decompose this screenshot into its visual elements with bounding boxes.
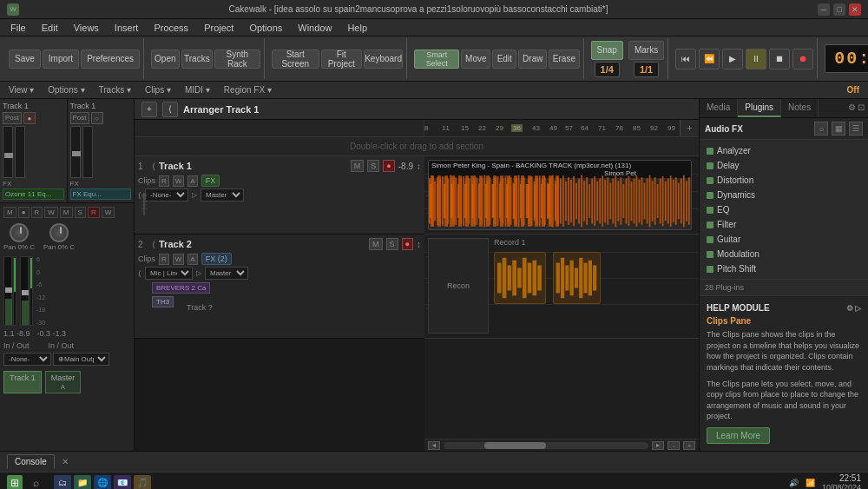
strip2-fader-thumb[interactable] xyxy=(72,151,81,156)
fx-item-filter[interactable]: Filter xyxy=(703,217,865,232)
w-btn1[interactable]: W xyxy=(44,207,58,218)
scrollbar-thumb[interactable] xyxy=(484,442,546,449)
strip1-fader[interactable] xyxy=(3,126,13,178)
track-2-fx2[interactable]: TH3 xyxy=(152,296,174,307)
track-2-s[interactable]: S xyxy=(386,238,398,250)
track-2-r-btn[interactable]: R xyxy=(159,254,169,265)
track-2-clip1[interactable] xyxy=(494,252,546,304)
menu-item-views[interactable]: Views xyxy=(67,21,106,35)
menu-item-insert[interactable]: Insert xyxy=(108,21,146,35)
track-1-s[interactable]: S xyxy=(367,160,379,172)
rec-btn2[interactable]: R xyxy=(88,207,100,218)
strip2-fx[interactable]: FX Equ... xyxy=(70,188,132,200)
import-button[interactable]: Import xyxy=(43,50,79,69)
track-1-main-clip[interactable]: Simon Peter King - Spain - BACKING TRACK… xyxy=(428,160,692,230)
panel-settings-icon[interactable]: ⚙ xyxy=(848,102,856,114)
pan-knob-1[interactable]: Pan 0% C xyxy=(3,223,35,251)
m-btn2[interactable]: M xyxy=(60,207,73,218)
smart-select-button[interactable]: Smart Select xyxy=(414,50,459,69)
record-button[interactable]: ⏺ xyxy=(792,49,813,69)
media-tab[interactable]: Media xyxy=(700,99,738,117)
track-2-fx-tag[interactable]: FX (2) xyxy=(201,253,232,265)
taskbar-app1[interactable]: 🗂 xyxy=(54,475,71,490)
pan-knob-2[interactable]: Pan 0% C xyxy=(43,223,75,251)
help-settings-icon[interactable]: ⚙ xyxy=(846,304,853,313)
track-2-m[interactable]: M xyxy=(369,238,383,250)
track-1-rec[interactable]: ● xyxy=(383,160,394,172)
minimize-btn[interactable]: ─ xyxy=(818,3,830,16)
track-1-output-select[interactable]: Master xyxy=(201,188,244,202)
track-2-input-select[interactable]: Mic | Line xyxy=(145,267,193,280)
preferences-button[interactable]: Preferences xyxy=(81,50,140,69)
menu-item-options[interactable]: Options xyxy=(242,21,289,35)
s-btn2[interactable]: S xyxy=(75,207,86,218)
track-2-rec[interactable]: ● xyxy=(402,238,413,250)
tracks-button[interactable]: Tracks xyxy=(181,50,213,69)
output-select-1[interactable]: ⊕Main Outpu... xyxy=(53,353,109,366)
taskbar-app5[interactable]: 🎵 xyxy=(134,475,151,490)
fx-item-guitar[interactable]: Guitar xyxy=(703,232,865,247)
audiofx-search-btn[interactable]: ⌕ xyxy=(814,122,828,135)
learn-more-btn[interactable]: Learn More xyxy=(707,427,770,444)
rewind-button[interactable]: ⏪ xyxy=(699,49,720,69)
menu-item-edit[interactable]: Edit xyxy=(35,21,65,35)
taskbar-app4[interactable]: 📧 xyxy=(114,475,131,490)
snap-button[interactable]: Snap xyxy=(591,41,623,60)
w-btn2[interactable]: W xyxy=(102,207,115,218)
draw-button[interactable]: Draw xyxy=(518,50,547,69)
edit-button[interactable]: Edit xyxy=(492,50,516,69)
synth-rack-button[interactable]: Synth Rack xyxy=(214,50,260,69)
track-2-output-select[interactable]: Master xyxy=(205,267,248,280)
track-1-m[interactable]: M xyxy=(351,160,365,172)
strip2-power-btn[interactable]: ○ xyxy=(91,112,103,124)
panel-popout-icon[interactable]: ⊡ xyxy=(858,102,865,114)
strip1-fader-thumb[interactable] xyxy=(4,153,13,158)
track-2-clip2[interactable] xyxy=(553,252,601,304)
strip2-fader[interactable] xyxy=(70,126,81,178)
menu-item-help[interactable]: Help xyxy=(340,21,374,35)
add-section-bar[interactable]: Double-click or drag to add section xyxy=(135,137,699,156)
track-1-input-select[interactable]: -None- xyxy=(145,188,188,202)
play-button[interactable]: ▶ xyxy=(722,49,743,69)
zoom-btn2[interactable]: + xyxy=(683,441,695,450)
menu-item-project[interactable]: Project xyxy=(197,21,240,35)
fader-1-thumb[interactable] xyxy=(5,287,12,293)
track-1-r-btn[interactable]: R xyxy=(159,175,169,187)
track-2-w-btn[interactable]: W xyxy=(173,254,185,265)
maximize-btn[interactable]: □ xyxy=(833,3,845,16)
audiofx-expand-btn[interactable]: ▦ xyxy=(832,122,845,135)
strip2-post-btn[interactable]: Post xyxy=(70,112,89,124)
fit-project-button[interactable]: Fit Project xyxy=(321,50,362,69)
track-1-w-btn[interactable]: W xyxy=(173,175,185,187)
track-1-fx-tag[interactable]: FX xyxy=(201,175,220,187)
rewind-begin-button[interactable]: ⏮ xyxy=(675,49,696,69)
dot-btn1[interactable]: ● xyxy=(18,207,30,218)
help-expand-icon[interactable]: ▷ xyxy=(855,304,861,313)
fader-2-thumb[interactable] xyxy=(22,290,29,295)
plugins-tab[interactable]: Plugins xyxy=(738,99,781,117)
strip2-pan[interactable] xyxy=(82,126,93,178)
m-btn1[interactable]: M xyxy=(3,207,16,218)
scroll-left-btn[interactable]: ◂ xyxy=(428,441,440,450)
stop-button[interactable]: ⏹ xyxy=(769,49,790,69)
fx-item-analyzer[interactable]: Analyzer xyxy=(703,143,865,158)
zoom-btn1[interactable]: - xyxy=(667,441,680,450)
arranger-nav-btn[interactable]: ⟨ xyxy=(162,102,178,117)
pause-button[interactable]: ⏸ xyxy=(746,49,766,69)
move-button[interactable]: Move xyxy=(461,50,490,69)
taskbar-app2[interactable]: 📁 xyxy=(74,475,91,490)
r-btn1[interactable]: R xyxy=(31,207,43,218)
console-tab[interactable]: Console xyxy=(7,454,55,469)
strip1-pan[interactable] xyxy=(15,126,25,178)
save-button[interactable]: Save xyxy=(9,50,41,69)
strip1-fx[interactable]: Ozone 11 Eq... xyxy=(3,188,64,200)
taskbar-app3[interactable]: 🌐 xyxy=(94,475,111,490)
scroll-right-btn[interactable]: ▸ xyxy=(652,441,664,450)
audiofx-settings-btn[interactable]: ☰ xyxy=(849,122,863,135)
fx-item-dynamics[interactable]: Dynamics xyxy=(703,188,865,202)
menu-item-file[interactable]: File xyxy=(3,21,33,35)
add-section-btn[interactable]: + xyxy=(680,120,699,136)
arranger-expand-btn[interactable]: + xyxy=(141,102,157,117)
fader-1[interactable] xyxy=(3,256,12,326)
track-1-a-btn[interactable]: A xyxy=(187,175,197,187)
